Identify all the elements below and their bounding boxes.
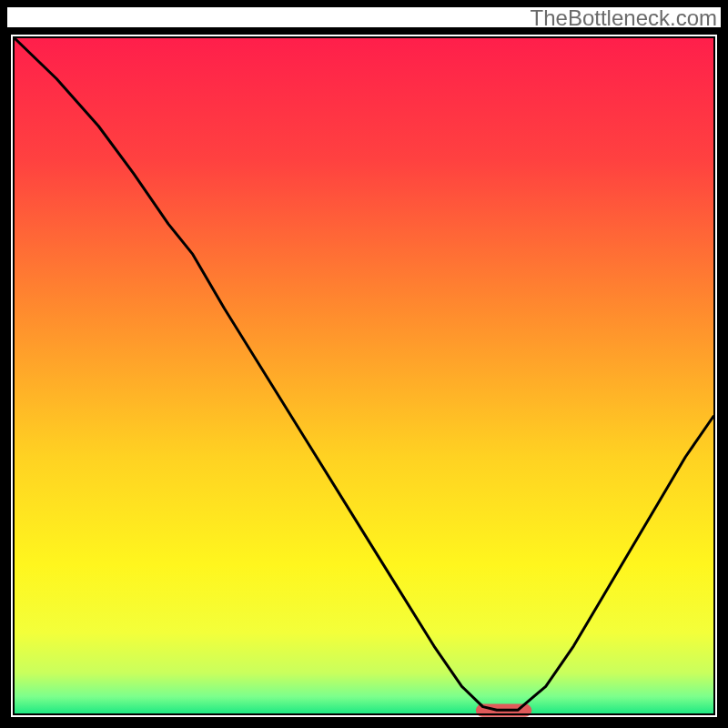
chart-container: TheBottleneck.com xyxy=(0,0,728,728)
bottleneck-chart xyxy=(0,0,728,728)
svg-rect-2 xyxy=(15,38,713,713)
watermark-text: TheBottleneck.com xyxy=(531,5,717,31)
